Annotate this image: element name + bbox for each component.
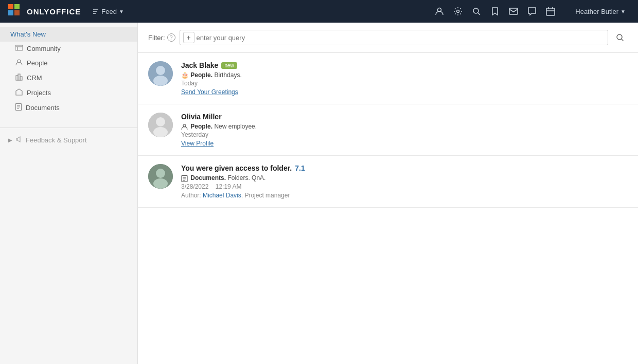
sidebar-item-people[interactable]: People bbox=[0, 56, 137, 70]
avatar-photo-jack bbox=[148, 61, 173, 86]
people-label: People bbox=[27, 59, 47, 67]
sidebar-item-community[interactable]: Community bbox=[0, 42, 137, 56]
feed-action-jack[interactable]: Send Your Greetings bbox=[181, 88, 628, 96]
calendar-nav-icon bbox=[546, 7, 555, 16]
header: ONLYOFFICE Feed ▼ bbox=[0, 0, 638, 23]
feed-time-folder: 3/28/2022 12:19 AM bbox=[181, 183, 628, 190]
feed-content-olivia-miller: Olivia Miller People. New employee. Yest… bbox=[181, 113, 628, 147]
mail-nav-icon bbox=[509, 8, 518, 15]
svg-point-24 bbox=[156, 169, 165, 178]
feed-icon bbox=[92, 8, 99, 15]
logo-text: ONLYOFFICE bbox=[27, 7, 81, 16]
projects-label: Projects bbox=[27, 89, 51, 97]
feed-author-folder: Author: Michael Davis, Project manager bbox=[181, 192, 628, 199]
svg-rect-9 bbox=[15, 45, 23, 50]
feed-item-olivia-miller: Olivia Miller People. New employee. Yest… bbox=[138, 104, 638, 156]
documents-icon bbox=[15, 103, 22, 112]
user-dropdown-icon: ▼ bbox=[621, 9, 626, 14]
sidebar-item-crm[interactable]: CRM bbox=[0, 70, 137, 85]
feed-button[interactable]: Feed ▼ bbox=[89, 6, 127, 17]
folder-number: 7.1 bbox=[295, 164, 305, 172]
sidebar-item-documents[interactable]: Documents bbox=[0, 100, 137, 115]
bookmark-nav-icon bbox=[491, 7, 499, 16]
feedback-label: Feedback & Support bbox=[26, 136, 87, 144]
sidebar-divider bbox=[0, 128, 137, 128]
filter-search-button[interactable] bbox=[612, 30, 628, 45]
avatar-placeholder-olivia bbox=[148, 113, 173, 137]
svg-rect-2 bbox=[8, 10, 13, 15]
svg-rect-0 bbox=[8, 4, 13, 9]
sidebar-spacer bbox=[0, 115, 137, 123]
community-label: Community bbox=[27, 45, 61, 52]
feed-item-folder-access: You were given access to folder. 7.1 Doc… bbox=[138, 156, 638, 207]
whats-new-label: What's New bbox=[10, 30, 46, 38]
feed-name-olivia: Olivia Miller bbox=[181, 113, 222, 121]
calendar-icon-btn[interactable] bbox=[542, 3, 559, 20]
feed-title-olivia: Olivia Miller bbox=[181, 113, 628, 121]
feed-content-folder-access: You were given access to folder. 7.1 Doc… bbox=[181, 164, 628, 198]
search-icon-btn[interactable] bbox=[468, 3, 485, 20]
settings-icon-btn[interactable] bbox=[450, 3, 466, 20]
filter-help-icon[interactable]: ? bbox=[167, 33, 175, 42]
feed-title-jack-blake: Jack Blake new bbox=[181, 61, 628, 69]
svg-rect-8 bbox=[546, 8, 555, 15]
feed-label: Feed bbox=[101, 8, 117, 15]
people-sidebar-icon bbox=[15, 59, 23, 67]
feedback-support-toggle[interactable]: ▶ Feedback & Support bbox=[0, 132, 137, 148]
feed-source-olivia: People. New employee. bbox=[181, 123, 628, 130]
user-menu-button[interactable]: Heather Butler ▼ bbox=[571, 6, 630, 17]
svg-rect-13 bbox=[20, 77, 22, 80]
chat-nav-icon bbox=[527, 7, 537, 16]
feed-dropdown-icon: ▼ bbox=[119, 9, 124, 14]
svg-rect-7 bbox=[509, 8, 518, 14]
filter-input-wrap: + bbox=[180, 30, 609, 45]
svg-point-25 bbox=[153, 178, 168, 189]
people-nav-icon bbox=[435, 7, 444, 16]
svg-point-21 bbox=[153, 127, 168, 137]
feed-source-jack-blake: 🎂 People. Birthdays. bbox=[181, 71, 628, 79]
new-badge: new bbox=[221, 62, 237, 69]
feed-name: Jack Blake bbox=[181, 61, 218, 69]
community-icon bbox=[15, 45, 23, 52]
filter-search-input[interactable] bbox=[197, 34, 605, 42]
author-link[interactable]: Michael Davis bbox=[203, 192, 241, 199]
projects-icon bbox=[15, 88, 23, 97]
birthday-icon: 🎂 bbox=[181, 71, 189, 79]
people-icon-btn[interactable] bbox=[431, 3, 448, 20]
filter-add-button[interactable]: + bbox=[183, 32, 194, 43]
svg-rect-1 bbox=[14, 4, 20, 9]
logo-icon bbox=[8, 4, 23, 19]
sidebar-item-whats-new[interactable]: What's New bbox=[0, 27, 137, 42]
person-icon bbox=[181, 123, 190, 130]
feed-item-jack-blake: Jack Blake new 🎂 People. Birthdays. Toda… bbox=[138, 53, 638, 104]
search-nav-icon bbox=[472, 7, 481, 16]
avatar-olivia-miller bbox=[148, 113, 173, 137]
user-name: Heather Butler bbox=[575, 8, 618, 15]
svg-point-17 bbox=[156, 66, 165, 75]
logo[interactable]: ONLYOFFICE bbox=[8, 4, 81, 19]
sidebar-item-projects[interactable]: Projects bbox=[0, 85, 137, 100]
settings-nav-icon bbox=[453, 7, 463, 16]
toggle-arrow: ▶ bbox=[8, 137, 12, 143]
main-content: Filter: ? + bbox=[138, 23, 638, 364]
feed-content-jack-blake: Jack Blake new 🎂 People. Birthdays. Toda… bbox=[181, 61, 628, 96]
crm-icon bbox=[15, 74, 23, 82]
documents-label: Documents bbox=[26, 104, 60, 112]
mail-icon-btn[interactable] bbox=[505, 3, 522, 20]
crm-label: CRM bbox=[27, 74, 42, 82]
svg-point-20 bbox=[156, 117, 165, 126]
svg-point-5 bbox=[457, 10, 459, 13]
feed-action-olivia[interactable]: View Profile bbox=[181, 140, 628, 147]
feed-folder-title: You were given access to folder. bbox=[181, 164, 292, 172]
bookmark-icon-btn[interactable] bbox=[487, 3, 503, 20]
chat-icon-btn[interactable] bbox=[524, 3, 540, 20]
avatar-photo-michael bbox=[148, 164, 173, 189]
svg-rect-3 bbox=[14, 10, 20, 15]
avatar-michael-davis bbox=[148, 164, 173, 189]
feed-title-folder: You were given access to folder. 7.1 bbox=[181, 164, 628, 172]
header-icons bbox=[431, 3, 559, 20]
feed-time-jack: Today bbox=[181, 80, 628, 87]
filter-label: Filter: ? bbox=[148, 33, 175, 42]
sidebar: What's New Community People CRM Pro bbox=[0, 23, 138, 364]
search-icon bbox=[616, 33, 624, 42]
